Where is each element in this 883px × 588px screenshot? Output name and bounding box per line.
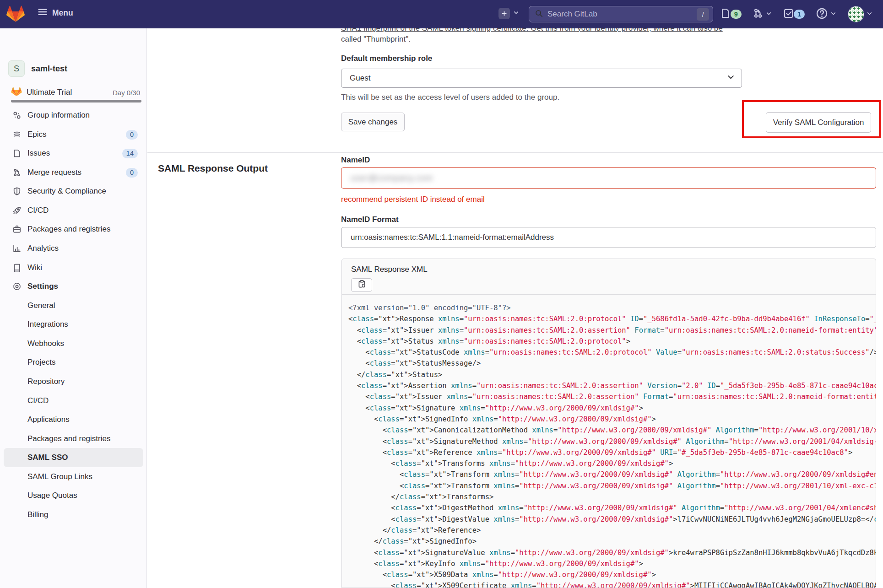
- help-menu[interactable]: [816, 7, 837, 22]
- sidebar-item-general[interactable]: General: [4, 296, 143, 315]
- chevron-down-icon: [830, 10, 837, 19]
- group-name: saml-test: [31, 64, 67, 74]
- sidebar-item-repository[interactable]: Repository: [4, 372, 143, 391]
- sidebar-item-merge-requests[interactable]: Merge requests0: [4, 163, 143, 182]
- group-avatar: S: [8, 60, 25, 77]
- sidebar-item-label: Packages and registries: [27, 225, 110, 234]
- sidebar-item-ci-cd[interactable]: CI/CD: [4, 391, 143, 410]
- sidebar-item-epics[interactable]: Epics0: [4, 125, 143, 144]
- nameid-warning-text: recommend persistent ID instead of email: [341, 195, 485, 204]
- sidebar-item-label: CI/CD: [27, 206, 49, 215]
- sidebar-item-billing[interactable]: Billing: [4, 505, 143, 524]
- merge-request-icon: [753, 8, 764, 21]
- hamburger-icon: [38, 7, 48, 19]
- sidebar-item-label: Integrations: [27, 320, 68, 329]
- top-navbar: Menu / 9 1: [0, 0, 883, 28]
- issues-dashboard-button[interactable]: 9: [720, 8, 742, 21]
- search-bar[interactable]: /: [529, 6, 713, 22]
- sidebar-item-label: Issues: [27, 149, 50, 158]
- sidebar-item-settings[interactable]: Settings: [4, 277, 143, 296]
- sidebar-item-analytics[interactable]: Analytics: [4, 239, 143, 258]
- trial-progress-bar: [11, 100, 141, 102]
- sidebar-item-label: Repository: [27, 377, 65, 386]
- sidebar-item-label: Settings: [27, 282, 58, 291]
- nameid-label: NameID: [341, 156, 370, 165]
- annotation-highlight-box: [742, 100, 881, 138]
- section-title: SAML Response Output: [158, 163, 268, 174]
- nameid-input[interactable]: user@company.com: [341, 167, 876, 189]
- sidebar-item-packages-and-registries[interactable]: Packages and registries: [4, 429, 143, 448]
- merge-requests-menu[interactable]: [753, 8, 772, 21]
- nameid-format-input[interactable]: urn:oasis:names:tc:SAML:1.1:nameid-forma…: [341, 227, 876, 248]
- chevron-down-icon: [513, 9, 520, 18]
- sidebar-item-integrations[interactable]: Integrations: [4, 315, 143, 334]
- search-shortcut-key: /: [697, 8, 709, 21]
- chevron-down-icon: [866, 10, 873, 19]
- search-input[interactable]: [547, 10, 697, 19]
- user-menu[interactable]: [848, 6, 873, 22]
- sidebar-item-label: Projects: [27, 358, 55, 367]
- clipboard-icon: [358, 280, 366, 291]
- rocket-icon: [12, 206, 22, 215]
- sidebar-item-issues[interactable]: Issues14: [4, 144, 143, 163]
- epics-icon: [12, 130, 22, 139]
- default-membership-role-select[interactable]: Guest: [341, 69, 742, 88]
- nameid-format-value: urn:oasis:names:tc:SAML:1.1:nameid-forma…: [351, 233, 554, 242]
- sidebar-item-ci-cd[interactable]: CI/CD: [4, 201, 143, 220]
- count-badge: 0: [126, 168, 138, 178]
- sidebar-item-label: Wiki: [27, 263, 42, 272]
- sidebar-item-packages-and-registries[interactable]: Packages and registries: [4, 220, 143, 239]
- sidebar-item-label: Webhooks: [27, 339, 64, 348]
- search-icon: [535, 9, 543, 20]
- sidebar-item-wiki[interactable]: Wiki: [4, 258, 143, 277]
- package-icon: [12, 225, 22, 234]
- sidebar-item-label: Applications: [27, 415, 70, 424]
- sidebar-item-group-information[interactable]: Group information: [4, 106, 143, 125]
- help-icon: [816, 7, 828, 22]
- role-help-text: This will be set as the access level of …: [341, 93, 559, 102]
- sidebar-item-label: SAML Group Links: [27, 472, 92, 481]
- nameid-value-redacted: user@company.com: [351, 173, 433, 183]
- issues-count-badge: 9: [731, 10, 742, 19]
- issues-icon: [720, 8, 731, 21]
- book-icon: [12, 263, 22, 272]
- sidebar-item-label: Packages and registries: [27, 434, 110, 443]
- todos-button[interactable]: 1: [783, 8, 805, 21]
- group-header[interactable]: S saml-test: [8, 60, 67, 77]
- menu-label: Menu: [52, 8, 73, 18]
- sidebar-item-label: Epics: [27, 130, 47, 139]
- sidebar-item-saml-sso[interactable]: SAML SSO: [4, 448, 143, 467]
- sidebar-item-label: Usage Quotas: [27, 491, 77, 500]
- sidebar-item-label: SAML SSO: [27, 453, 68, 462]
- saml-fingerprint-help-text-line2: called "Thumbprint".: [341, 35, 411, 44]
- gitlab-logo-icon[interactable]: [6, 5, 25, 24]
- sidebar-item-webhooks[interactable]: Webhooks: [4, 334, 143, 353]
- section-divider: [147, 152, 883, 153]
- count-badge: 14: [122, 149, 138, 158]
- save-changes-button[interactable]: Save changes: [341, 113, 405, 131]
- sidebar-item-security-compliance[interactable]: Security & Compliance: [4, 182, 143, 201]
- sidebar-item-saml-group-links[interactable]: SAML Group Links: [4, 467, 143, 486]
- trial-label: Ultimate Trial: [27, 88, 108, 97]
- copy-to-clipboard-button[interactable]: [351, 278, 372, 292]
- xml-code: <?xml version="1.0" encoding="UTF-8"?><c…: [342, 295, 876, 588]
- gear-icon: [12, 282, 22, 291]
- sidebar-item-usage-quotas[interactable]: Usage Quotas: [4, 486, 143, 505]
- sidebar-item-label: Group information: [27, 111, 90, 120]
- sidebar-item-applications[interactable]: Applications: [4, 410, 143, 429]
- merge-request-icon: [12, 168, 22, 177]
- trial-status[interactable]: Ultimate Trial Day 0/30: [11, 86, 140, 98]
- sidebar-item-label: Analytics: [27, 244, 59, 253]
- tanuki-trial-icon: [11, 86, 22, 98]
- sidebar-item-label: CI/CD: [27, 396, 49, 405]
- sidebar-item-label: Merge requests: [27, 168, 81, 177]
- sidebar-item-projects[interactable]: Projects: [4, 353, 143, 372]
- plus-icon: [498, 8, 510, 19]
- new-item-menu[interactable]: [498, 8, 520, 19]
- nameid-format-label: NameID Format: [341, 215, 399, 224]
- menu-button[interactable]: Menu: [38, 7, 73, 19]
- chevron-down-icon: [726, 73, 735, 84]
- chart-icon: [12, 244, 22, 253]
- shield-icon: [12, 187, 22, 196]
- saml-response-xml-panel: SAML Response XML <?xml version="1.0" en…: [341, 259, 876, 588]
